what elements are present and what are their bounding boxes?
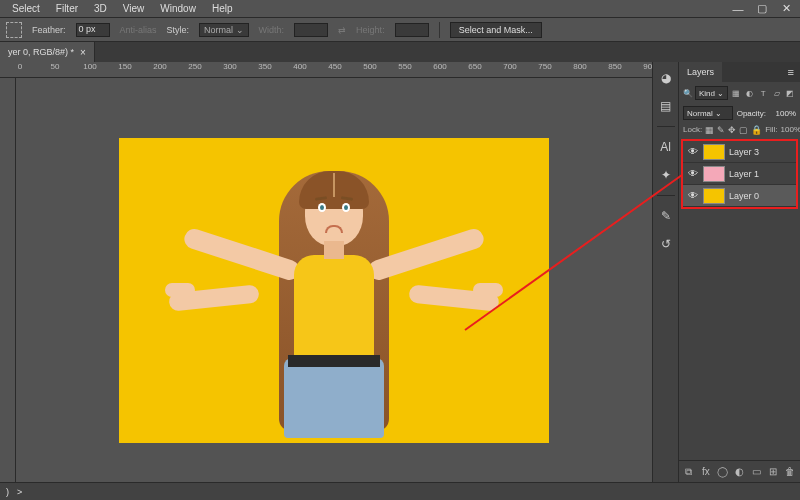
swatches-panel-icon[interactable]: ▤ xyxy=(656,96,676,116)
adjustments-panel-icon[interactable]: ✦ xyxy=(656,165,676,185)
options-bar: Feather: 0 px Anti-alias Style: Normal ⌄… xyxy=(0,18,800,42)
filter-shape-icon[interactable]: ▱ xyxy=(771,87,783,99)
menu-bar: Select Filter 3D View Window Help — ▢ ✕ xyxy=(0,0,800,18)
antialias-checkbox: Anti-alias xyxy=(120,25,157,35)
style-select[interactable]: Normal ⌄ xyxy=(199,23,249,37)
visibility-toggle-icon[interactable]: 👁 xyxy=(687,146,699,158)
new-layer-icon[interactable]: ⊞ xyxy=(767,465,779,478)
status-bar: ) > xyxy=(0,482,800,500)
brush-panel-icon[interactable]: ✎ xyxy=(656,206,676,226)
style-label: Style: xyxy=(167,25,190,35)
fill-label: Fill: xyxy=(765,125,777,134)
status-indicator: ) xyxy=(6,487,9,497)
select-and-mask-button[interactable]: Select and Mask... xyxy=(450,22,542,38)
canvas-viewport[interactable] xyxy=(16,78,652,482)
visibility-toggle-icon[interactable]: 👁 xyxy=(687,190,699,202)
canvas-image xyxy=(119,138,549,443)
menu-filter[interactable]: Filter xyxy=(48,1,86,16)
lock-label: Lock: xyxy=(683,125,702,134)
swap-icon: ⇄ xyxy=(338,25,346,35)
image-content xyxy=(169,163,499,443)
opacity-label: Opacity: xyxy=(737,109,766,118)
filter-pixel-icon[interactable]: ▦ xyxy=(730,87,742,99)
height-input xyxy=(395,23,429,37)
delete-layer-icon[interactable]: 🗑 xyxy=(784,465,796,478)
width-label: Width: xyxy=(259,25,285,35)
layer-thumbnail[interactable] xyxy=(703,188,725,204)
lock-all-icon[interactable]: 🔒 xyxy=(751,124,762,135)
color-panel-icon[interactable]: ◕ xyxy=(656,68,676,88)
layer-row[interactable]: 👁 Layer 3 xyxy=(683,141,796,163)
opacity-value[interactable]: 100% xyxy=(770,109,796,118)
ruler-horizontal: 0 50 100 150 200 250 300 350 400 450 500… xyxy=(0,62,652,78)
restore-icon[interactable]: ▢ xyxy=(752,2,772,16)
filter-adjust-icon[interactable]: ◐ xyxy=(744,87,756,99)
menu-3d[interactable]: 3D xyxy=(86,1,115,16)
width-input xyxy=(294,23,328,37)
history-panel-icon[interactable]: ↺ xyxy=(656,234,676,254)
canvas-area: 0 50 100 150 200 250 300 350 400 450 500… xyxy=(0,62,652,482)
group-icon[interactable]: ▭ xyxy=(750,465,762,478)
layers-list: 👁 Layer 3 👁 Layer 1 👁 Layer 0 xyxy=(681,139,798,209)
menu-select[interactable]: Select xyxy=(4,1,48,16)
layer-row[interactable]: 👁 Layer 0 xyxy=(683,185,796,207)
lock-paint-icon[interactable]: ✎ xyxy=(717,124,725,135)
document-tab[interactable]: yer 0, RGB/8#) * × xyxy=(0,42,95,62)
document-tab-bar: yer 0, RGB/8#) * × xyxy=(0,42,800,62)
menu-view[interactable]: View xyxy=(115,1,153,16)
filter-search-icon[interactable]: 🔍 xyxy=(683,89,693,98)
close-window-icon[interactable]: ✕ xyxy=(776,2,796,16)
layers-panel: Layers ≡ 🔍 Kind ⌄ ▦ ◐ T ▱ ◩ Normal ⌄ Opa… xyxy=(678,62,800,482)
tool-icon[interactable] xyxy=(6,22,22,38)
menu-window[interactable]: Window xyxy=(152,1,204,16)
filter-type-icon[interactable]: T xyxy=(757,87,769,99)
layer-mask-icon[interactable]: ◯ xyxy=(717,465,729,478)
minimize-icon[interactable]: — xyxy=(728,2,748,16)
lock-transparent-icon[interactable]: ▦ xyxy=(705,124,714,135)
layers-panel-footer: ⧉ fx ◯ ◐ ▭ ⊞ 🗑 xyxy=(679,460,800,482)
visibility-toggle-icon[interactable]: 👁 xyxy=(687,168,699,180)
layer-thumbnail[interactable] xyxy=(703,166,725,182)
layers-panel-tab[interactable]: Layers xyxy=(679,62,722,82)
link-layers-icon[interactable]: ⧉ xyxy=(683,465,695,478)
ruler-vertical xyxy=(0,78,16,482)
status-arrow-icon[interactable]: > xyxy=(17,487,22,497)
layer-fx-icon[interactable]: fx xyxy=(700,465,712,478)
document-tab-title: yer 0, RGB/8#) * xyxy=(8,47,74,57)
layer-name[interactable]: Layer 1 xyxy=(729,169,759,179)
lock-artboard-icon[interactable]: ▢ xyxy=(739,124,748,135)
feather-input[interactable]: 0 px xyxy=(76,23,110,37)
layer-name[interactable]: Layer 0 xyxy=(729,191,759,201)
blend-mode-select[interactable]: Normal ⌄ xyxy=(683,106,733,120)
layer-row[interactable]: 👁 Layer 1 xyxy=(683,163,796,185)
fill-value[interactable]: 100% xyxy=(781,125,800,134)
layer-thumbnail[interactable] xyxy=(703,144,725,160)
secondary-toolbar: ◕ ▤ Al ✦ ✎ ↺ xyxy=(652,62,678,482)
filter-kind-select[interactable]: Kind ⌄ xyxy=(695,86,728,100)
filter-smart-icon[interactable]: ◩ xyxy=(784,87,796,99)
feather-label: Feather: xyxy=(32,25,66,35)
adjustment-layer-icon[interactable]: ◐ xyxy=(734,465,746,478)
close-tab-icon[interactable]: × xyxy=(80,47,86,58)
panel-menu-icon[interactable]: ≡ xyxy=(782,66,800,78)
lock-position-icon[interactable]: ✥ xyxy=(728,124,736,135)
menu-help[interactable]: Help xyxy=(204,1,241,16)
libraries-panel-icon[interactable]: Al xyxy=(656,137,676,157)
height-label: Height: xyxy=(356,25,385,35)
layer-name[interactable]: Layer 3 xyxy=(729,147,759,157)
